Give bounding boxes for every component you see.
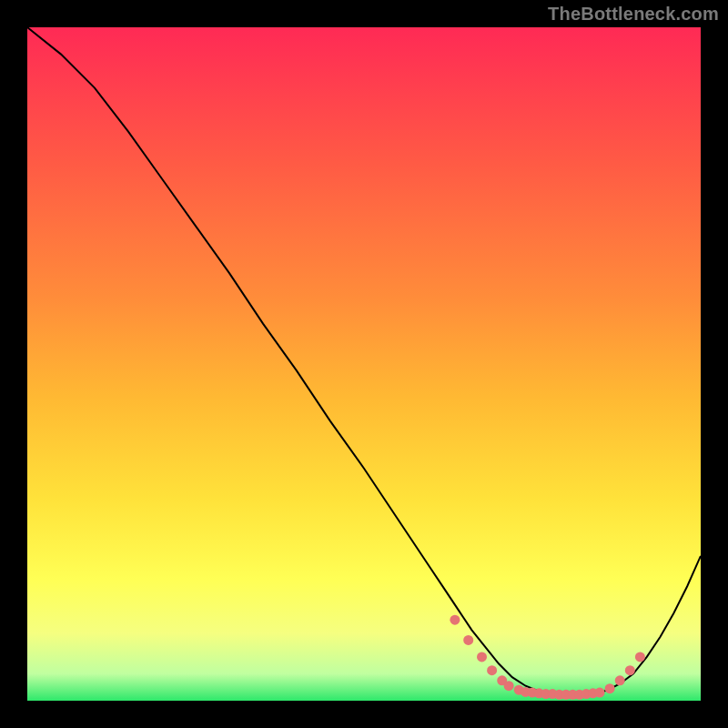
dot — [487, 665, 497, 675]
dot — [595, 688, 605, 698]
dot — [477, 652, 487, 662]
chart-plot-area — [27, 27, 701, 701]
dot — [625, 665, 635, 675]
dot — [605, 683, 615, 693]
dot — [615, 675, 625, 685]
chart-svg — [27, 27, 701, 701]
dot — [463, 635, 473, 645]
chart-background — [27, 27, 701, 701]
dot — [504, 681, 514, 691]
dot — [450, 615, 460, 625]
attribution-text: TheBottleneck.com — [548, 4, 719, 25]
dot — [635, 652, 645, 662]
